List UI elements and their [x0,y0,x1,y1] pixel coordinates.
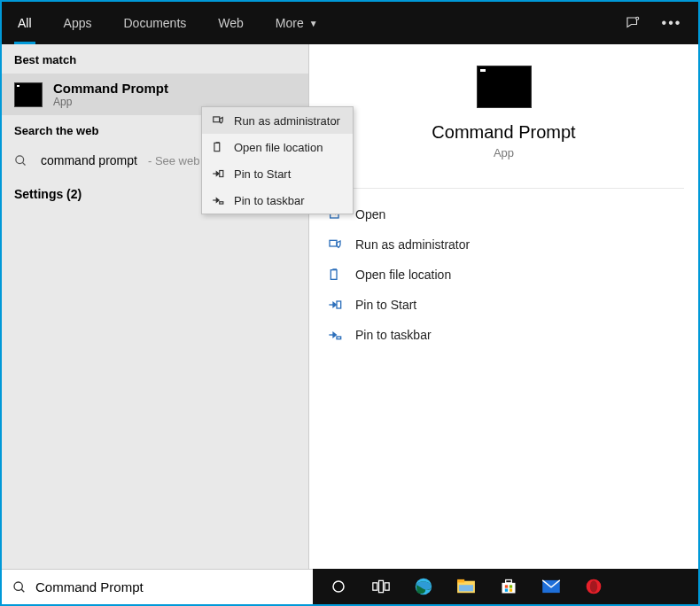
ctx-label: Pin to taskbar [234,194,305,207]
tab-apps[interactable]: Apps [48,2,108,44]
tab-label: Documents [123,16,186,30]
opera-icon[interactable] [573,569,614,604]
taskbar-tray [313,569,698,604]
search-icon [12,580,27,594]
svg-rect-31 [505,589,508,592]
svg-rect-25 [457,579,464,583]
ctx-label: Open file location [234,141,323,154]
action-open-location[interactable]: Open file location [323,260,684,290]
result-subtitle: App [53,96,168,108]
action-pin-taskbar[interactable]: Pin to taskbar [323,320,684,350]
search-input[interactable] [35,579,302,594]
action-pin-start[interactable]: Pin to Start [323,290,684,320]
ctx-pin-taskbar[interactable]: Pin to taskbar [202,187,353,214]
admin-shield-icon [327,237,343,252]
taskbar-search[interactable] [2,569,313,604]
result-text: Command Prompt App [53,81,168,108]
tab-web[interactable]: Web [202,2,260,44]
svg-rect-12 [214,143,220,151]
tab-all[interactable]: All [2,2,48,44]
svg-rect-27 [502,583,516,594]
feedback-icon[interactable] [613,2,652,44]
edge-icon[interactable] [403,569,444,604]
pin-start-icon [327,297,343,313]
pin-taskbar-icon [327,327,343,343]
result-title: Command Prompt [53,81,168,96]
ctx-open-location[interactable]: Open file location [202,134,353,160]
ctx-run-admin[interactable]: Run as administrator [202,107,353,134]
svg-rect-32 [509,589,512,592]
svg-point-0 [636,17,639,19]
context-menu: Run as administrator Open file location … [201,106,354,214]
svg-point-35 [590,580,597,592]
divider [323,188,684,189]
svg-rect-29 [505,585,508,587]
admin-shield-icon [211,113,225,128]
svg-rect-30 [509,585,512,587]
action-label: Pin to Start [355,298,416,312]
detail-pane: Command Prompt App Open Run as administr… [309,44,698,569]
svg-rect-22 [385,583,389,590]
more-options-icon[interactable]: ••• [652,2,691,44]
chevron-down-icon: ▼ [309,19,318,28]
file-explorer-icon[interactable] [446,569,486,604]
svg-rect-20 [373,583,377,590]
tab-documents[interactable]: Documents [107,2,202,44]
tab-label: Apps [64,16,92,30]
pin-start-icon [211,167,225,181]
detail-header: Command Prompt App [309,44,698,175]
svg-rect-11 [214,117,220,122]
ctx-label: Run as administrator [234,114,340,128]
svg-rect-26 [459,585,473,591]
svg-line-18 [21,589,24,592]
svg-rect-14 [220,171,223,177]
cortana-icon[interactable] [318,569,359,604]
svg-rect-8 [337,301,341,308]
detail-title: Command Prompt [432,122,575,143]
action-open[interactable]: Open [323,199,684,229]
folder-icon [327,267,343,283]
best-match-heading: Best match [2,44,308,74]
svg-point-1 [16,155,24,163]
svg-rect-5 [330,240,337,246]
pin-taskbar-icon [211,193,225,207]
web-query-text: command prompt [41,153,137,167]
settings-label: Settings (2) [14,187,82,201]
svg-point-17 [14,582,22,590]
task-view-icon[interactable] [361,569,401,604]
detail-subtitle: App [494,146,514,159]
detail-actions: Open Run as administrator Open file loca… [309,194,698,355]
action-label: Run as administrator [355,237,470,252]
ctx-pin-start[interactable]: Pin to Start [202,160,353,187]
tab-more[interactable]: More ▼ [260,2,334,44]
tab-label: Web [218,16,244,30]
svg-rect-6 [331,270,337,280]
mail-icon[interactable] [531,569,572,604]
svg-line-2 [22,162,25,165]
action-label: Pin to taskbar [355,328,432,342]
ctx-label: Pin to Start [234,167,291,181]
filter-tabs: All Apps Documents Web More ▼ [2,2,334,44]
microsoft-store-icon[interactable] [488,569,529,604]
start-search-window: All Apps Documents Web More ▼ ••• Best m… [0,0,700,606]
tab-label: More [276,16,304,30]
svg-rect-28 [506,580,512,583]
folder-icon [211,140,225,154]
tab-label: All [18,16,32,30]
search-header: All Apps Documents Web More ▼ ••• [2,2,698,44]
svg-rect-16 [220,202,223,204]
web-query-hint: - See web [148,154,200,167]
action-label: Open [355,207,385,221]
spacer [334,2,613,44]
search-icon [14,154,30,167]
command-prompt-icon [477,66,532,108]
command-prompt-icon [14,82,43,107]
svg-rect-21 [379,580,384,592]
action-label: Open file location [355,268,451,282]
action-run-admin[interactable]: Run as administrator [323,229,684,260]
taskbar [2,569,698,604]
svg-point-19 [333,581,344,592]
svg-rect-10 [337,337,341,339]
